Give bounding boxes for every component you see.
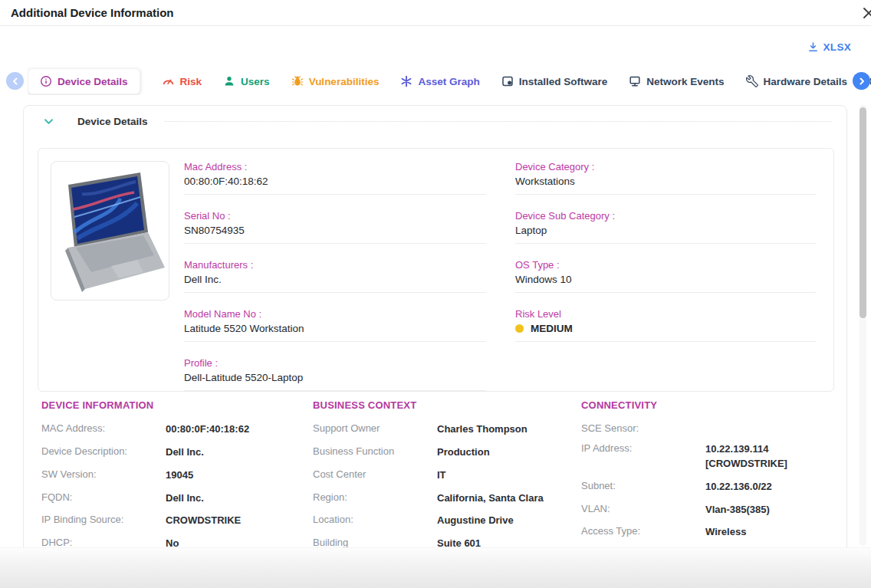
chevron-right-icon bbox=[857, 77, 866, 86]
column-business-context: BUSINESS CONTEXT Support Owner Charles T… bbox=[313, 399, 581, 571]
field-mac-address: Mac Address : 00:80:0F:40:18:62 bbox=[184, 161, 486, 195]
column-heading: DEVICE INFORMATION bbox=[41, 399, 313, 411]
chevron-down-icon[interactable] bbox=[43, 116, 54, 127]
table-row: Business Function Production bbox=[313, 445, 581, 460]
table-row: IP Address: 10.22.139.114 [CROWDSTRIKE] bbox=[581, 442, 839, 471]
tab-users[interactable]: Users bbox=[223, 75, 270, 87]
export-xlsx-button[interactable]: XLSX bbox=[807, 41, 851, 53]
field-value: Dell Inc. bbox=[184, 274, 486, 293]
laptop-illustration bbox=[51, 162, 169, 300]
download-icon bbox=[807, 41, 819, 53]
field-label: Device Category : bbox=[515, 161, 816, 172]
field-risk-level: Risk Level MEDIUM bbox=[515, 308, 816, 342]
wrench-icon bbox=[746, 75, 758, 87]
column-device-information: DEVICE INFORMATION MAC Address: 00:80:0F… bbox=[41, 399, 313, 571]
table-row: SCE Sensor: bbox=[581, 422, 839, 434]
field-label: Device Sub Category : bbox=[515, 210, 816, 222]
field-device-category: Device Category : Workstations bbox=[515, 161, 816, 195]
tabs-scroll-right-button[interactable] bbox=[853, 72, 870, 90]
page-title: Additional Device Information bbox=[11, 6, 174, 19]
table-row: Access Type: Wireless bbox=[581, 525, 839, 540]
software-icon bbox=[501, 75, 514, 87]
section-title: Device Details bbox=[77, 116, 148, 127]
device-summary-card: Mac Address : 00:80:0F:40:18:62 Serial N… bbox=[38, 148, 834, 392]
table-row: Support Owner Charles Thompson bbox=[313, 422, 581, 437]
section-divider bbox=[165, 121, 831, 122]
tab-risk[interactable]: Risk bbox=[162, 75, 202, 87]
field-label: Manufacturers : bbox=[184, 259, 486, 271]
device-fields-right: Device Category : Workstations Device Su… bbox=[515, 161, 816, 357]
field-label: Serial No : bbox=[184, 210, 486, 222]
export-label: XLSX bbox=[823, 41, 851, 53]
monitor-icon bbox=[629, 75, 641, 87]
field-value: Laptop bbox=[515, 225, 816, 244]
tab-network-events[interactable]: Network Events bbox=[629, 75, 724, 87]
field-label: OS Type : bbox=[515, 259, 816, 271]
bug-icon bbox=[291, 75, 304, 87]
field-label: Risk Level bbox=[515, 308, 816, 320]
table-row: Region: California, Santa Clara bbox=[313, 491, 581, 506]
field-serial-no: Serial No : SN80754935 bbox=[184, 210, 486, 244]
close-icon[interactable] bbox=[862, 6, 871, 20]
field-manufacturers: Manufacturers : Dell Inc. bbox=[184, 259, 486, 293]
table-row: Cost Center IT bbox=[313, 468, 581, 483]
modal-bottom-fade bbox=[0, 547, 871, 588]
tab-installed-software[interactable]: Installed Software bbox=[501, 75, 608, 87]
table-row: MAC Address: 00:80:0F:40:18:62 bbox=[41, 422, 313, 437]
field-label: Model Name No : bbox=[184, 308, 486, 320]
field-label: Mac Address : bbox=[184, 161, 486, 172]
field-value: Windows 10 bbox=[515, 274, 816, 293]
field-profile: Profile : Dell-Latitude 5520-Laptop bbox=[184, 357, 486, 391]
section-header[interactable]: Device Details bbox=[43, 116, 831, 127]
device-photo bbox=[51, 161, 169, 301]
field-os-type: OS Type : Windows 10 bbox=[515, 259, 816, 293]
chevron-left-icon bbox=[11, 77, 20, 86]
info-icon bbox=[40, 75, 52, 87]
tab-device-details[interactable]: Device Details bbox=[28, 68, 140, 94]
table-row: VLAN: Vlan-385(385) bbox=[581, 503, 839, 517]
field-model-name-no: Model Name No : Latitude 5520 Workstatio… bbox=[184, 308, 486, 342]
field-value: 00:80:0F:40:18:62 bbox=[184, 176, 486, 195]
table-row: SW Version: 19045 bbox=[41, 468, 313, 483]
table-row: Subnet: 10.22.136.0/22 bbox=[581, 480, 839, 494]
tab-label: Users bbox=[241, 76, 270, 87]
device-fields-left: Mac Address : 00:80:0F:40:18:62 Serial N… bbox=[184, 161, 486, 406]
tab-label: Vulnerabilities bbox=[309, 76, 380, 87]
tab-label: Asset Graph bbox=[418, 76, 479, 87]
tab-label: Hardware Details bbox=[764, 76, 848, 87]
field-device-sub-category: Device Sub Category : Laptop bbox=[515, 210, 816, 244]
device-details-card: Device Details Ma bbox=[23, 105, 847, 588]
risk-level-value: MEDIUM bbox=[515, 323, 816, 342]
header-divider bbox=[0, 25, 871, 26]
risk-level-text: MEDIUM bbox=[531, 323, 573, 334]
scrollbar-thumb[interactable] bbox=[859, 107, 866, 318]
field-value: Dell-Latitude 5520-Laptop bbox=[184, 372, 486, 391]
tab-label: Device Details bbox=[58, 76, 128, 87]
tab-label: Installed Software bbox=[519, 76, 608, 87]
table-row: IP Binding Source: CROWDSTRIKE bbox=[41, 514, 313, 528]
tabs-scroll-left-button[interactable] bbox=[6, 72, 24, 90]
tab-label: Risk bbox=[180, 76, 202, 87]
table-row: Device Description: Dell Inc. bbox=[41, 445, 313, 460]
tab-bar: Device Details Risk Users Vulnerabilitie… bbox=[28, 67, 871, 95]
tab-hardware-details[interactable]: Hardware Details bbox=[746, 75, 848, 87]
gauge-icon bbox=[162, 75, 175, 87]
tab-label: Network Events bbox=[646, 76, 724, 87]
column-heading: CONNECTIVITY bbox=[581, 399, 839, 411]
field-label: Profile : bbox=[184, 357, 486, 369]
user-icon bbox=[223, 75, 235, 87]
field-value: SN80754935 bbox=[184, 225, 486, 244]
table-row: FQDN: Dell Inc. bbox=[41, 491, 313, 506]
field-value: Workstations bbox=[515, 176, 816, 195]
column-heading: BUSINESS CONTEXT bbox=[313, 399, 581, 411]
asterisk-icon bbox=[400, 75, 412, 87]
table-row: Location: Augustine Drive bbox=[313, 514, 581, 528]
info-columns: DEVICE INFORMATION MAC Address: 00:80:0F… bbox=[41, 399, 839, 571]
tab-asset-graph[interactable]: Asset Graph bbox=[400, 75, 479, 87]
tab-vulnerabilities[interactable]: Vulnerabilities bbox=[291, 75, 380, 87]
column-connectivity: CONNECTIVITY SCE Sensor: IP Address: 10.… bbox=[581, 399, 839, 571]
field-value: Latitude 5520 Workstation bbox=[184, 323, 486, 342]
risk-medium-dot bbox=[515, 324, 524, 333]
